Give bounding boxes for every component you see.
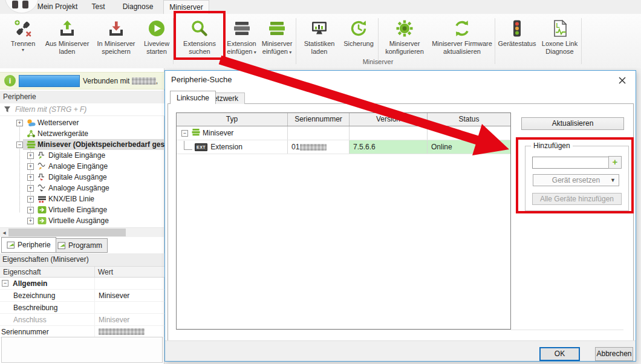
info-icon [4, 75, 16, 86]
tab-diagnose[interactable]: Diagnose [115, 0, 161, 14]
tree-item-netzwerkgeraete[interactable]: Netzwerkgeräte [0, 128, 164, 139]
loxone-config-window: Mein Projekt Test Diagnose Miniserver Tr… [0, 0, 641, 364]
column-header-seriennummer[interactable]: Seriennummer [288, 113, 350, 126]
liveview-starten-button[interactable]: Liveview starten [140, 15, 173, 66]
scrollbar-thumb[interactable] [8, 229, 126, 236]
property-row-beschreibung[interactable]: Beschreibung [0, 302, 164, 314]
column-header-version[interactable]: Version [350, 113, 428, 126]
tree-item-analoge-eingaenge[interactable]: Analoge Eingänge [0, 161, 164, 172]
column-header-typ[interactable]: Typ [177, 113, 288, 126]
property-row-anschluss[interactable]: Anschluss Minisever [0, 314, 164, 326]
tab-mein-projekt[interactable]: Mein Projekt [33, 0, 82, 14]
device-search-table: Typ Seriennummer Version Status Miniseve… [176, 112, 511, 330]
connection-text: Verbunden mit , [83, 77, 158, 85]
alle-geraete-hinzufuegen-button[interactable]: Alle Geräte hinzufügen [532, 193, 622, 205]
property-row-seriennummer[interactable]: Seriennummer [0, 326, 164, 338]
expand-plus-icon[interactable] [27, 152, 34, 159]
tree-filter-row [0, 103, 164, 116]
close-icon[interactable] [618, 76, 628, 86]
column-header-wert[interactable]: Wert [95, 267, 164, 277]
search-icon [175, 17, 224, 40]
status-cell: Online [428, 140, 510, 154]
ribbon-separator [378, 18, 379, 64]
tab-peripherie[interactable]: Peripherie [1, 237, 56, 253]
aus-miniserver-laden-button[interactable]: Aus Miniserver laden [42, 15, 92, 66]
property-row-bezeichnung[interactable]: Bezeichnung Minisever [0, 290, 164, 302]
tree-item-analoge-ausgaenge[interactable]: Analoge Ausgänge [0, 183, 164, 193]
table-row-miniserver[interactable]: Minisever [177, 126, 510, 140]
table-row-extension[interactable]: EXT Extension 01 7.5.6.6 Online [177, 140, 510, 154]
ribbon-separator [495, 18, 495, 64]
tree-filter-input[interactable] [14, 105, 149, 114]
column-header-status[interactable]: Status [428, 113, 510, 126]
group-label: Hinzufügen [531, 141, 573, 150]
periphery-panel: Verbunden mit , Peripherie Wetterserver … [0, 68, 164, 364]
connection-status-bar: Verbunden mit , [0, 72, 164, 89]
extension-dark-icon [224, 17, 259, 40]
tree-item-digitale-eingaenge[interactable]: Digitale Eingänge [0, 150, 164, 161]
expand-minus-icon[interactable] [16, 141, 23, 148]
download-tray-icon [92, 17, 140, 40]
collapse-minus-icon[interactable] [2, 280, 8, 287]
property-row-allgemein[interactable]: Allgemein [0, 278, 164, 290]
extension-badge-icon: EXT [195, 143, 207, 151]
tree-item-wetterserver[interactable]: Wetterserver [0, 117, 164, 128]
expand-plus-icon[interactable] [27, 163, 34, 170]
extension-einfuegen-button[interactable]: Extension einfügen [224, 15, 259, 66]
geraetestatus-button[interactable]: Gerätestatus [496, 15, 538, 66]
scroll-left-icon[interactable] [0, 228, 8, 237]
loxone-link-diagnose-button[interactable]: L Loxone Link Diagnose [538, 15, 581, 66]
connection-progress-bar [19, 75, 80, 87]
add-device-button[interactable]: + [608, 156, 622, 169]
chevron-down-icon [610, 175, 616, 186]
column-header-eigenschaft[interactable]: Eigenschaft [0, 267, 95, 277]
expand-plus-icon[interactable] [27, 196, 34, 203]
tab-miniserver[interactable]: Miniserver [163, 0, 209, 14]
trennen-button[interactable]: Trennen [5, 15, 41, 66]
tree-item-digitale-ausgaenge[interactable]: Digitale Ausgänge [0, 172, 164, 183]
digital-input-icon [37, 151, 47, 160]
expand-plus-icon[interactable] [27, 207, 34, 213]
expand-plus-icon[interactable] [27, 218, 34, 224]
empty-detail-panel [1, 337, 163, 363]
ok-button[interactable]: OK [539, 347, 580, 361]
digital-output-icon [37, 173, 47, 181]
peripherie-tab-icon [7, 241, 15, 249]
tab-test[interactable]: Test [82, 0, 115, 14]
expand-plus-icon[interactable] [27, 185, 34, 192]
plus-icon: + [613, 157, 618, 167]
tree-item-knx-eib-linie[interactable]: KNX/EIB Linie [0, 193, 164, 204]
virtual-output-icon [37, 216, 47, 225]
network-icon [26, 129, 36, 138]
peripherie-suche-dialog: Peripherie-Suche Linksuche Netzwerk Typ … [164, 70, 636, 362]
filter-funnel-icon [4, 106, 11, 113]
expand-minus-icon[interactable] [181, 130, 188, 137]
serial-input[interactable] [532, 157, 609, 169]
virtual-input-icon [37, 206, 47, 214]
aktualisieren-button[interactable]: Aktualisieren [521, 117, 624, 130]
tree-horizontal-scrollbar[interactable] [0, 227, 164, 237]
ribbon: Trennen Aus Miniserver laden In Miniserv… [0, 14, 641, 69]
expand-plus-icon[interactable] [16, 120, 23, 126]
tree-item-virtuelle-ausgaenge[interactable]: Virtuelle Ausgänge [0, 215, 164, 226]
extensions-suchen-button[interactable]: Extensions suchen [175, 15, 224, 66]
redacted-serial [99, 328, 145, 335]
expand-plus-icon[interactable] [27, 174, 34, 181]
dialog-tab-linksuche[interactable]: Linksuche [170, 91, 216, 104]
tree-item-miniserver[interactable]: Minisever (Objektspeicherbedarf ges [0, 139, 164, 150]
tree-item-virtuelle-eingaenge[interactable]: Virtuelle Eingänge [0, 204, 164, 215]
svg-text:L: L [556, 22, 559, 29]
miniserver-einfuegen-button[interactable]: Miniserver einfügen [259, 15, 295, 66]
ribbon-separator [581, 18, 582, 64]
abbrechen-button[interactable]: Abbrechen [595, 347, 633, 361]
geraet-ersetzen-dropdown[interactable]: Gerät ersetzen [533, 174, 619, 186]
tab-programm[interactable]: Programm [52, 238, 108, 253]
in-miniserver-speichern-button[interactable]: In Miniserver speichern [92, 15, 140, 66]
disconnect-icon [5, 17, 41, 40]
ribbon-separator [173, 18, 174, 64]
periphery-tree: Wetterserver Netzwerkgeräte Minisever (O… [0, 117, 164, 227]
analog-output-icon [37, 184, 47, 192]
weather-icon [26, 119, 36, 127]
analog-input-icon [37, 162, 47, 171]
statistics-icon [298, 17, 340, 40]
